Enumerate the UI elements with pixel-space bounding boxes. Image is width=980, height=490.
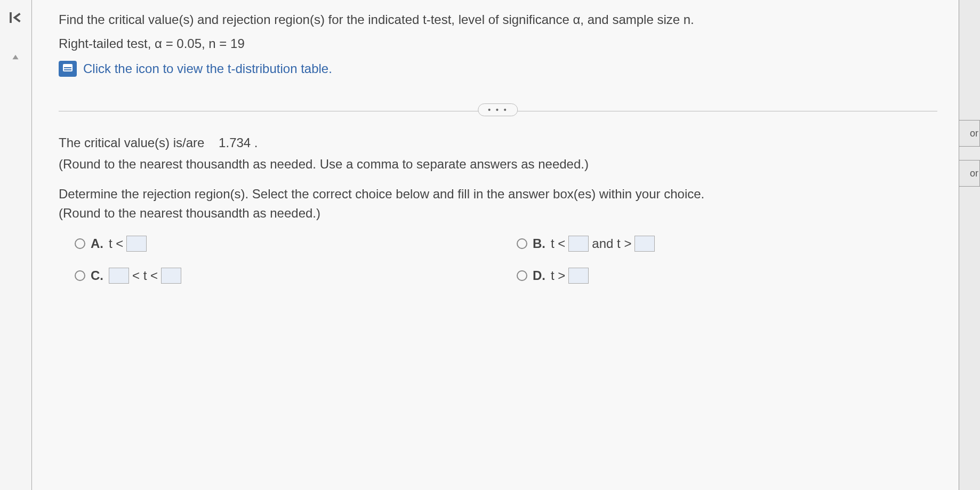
collapse-panel-icon[interactable] <box>6 8 25 27</box>
critical-value-answer: 1.734 <box>219 135 251 150</box>
choice-d[interactable]: D. t > <box>517 268 937 284</box>
view-table-link[interactable]: Click the icon to view the t-distributio… <box>59 61 937 77</box>
choice-d-content: t > <box>551 268 589 284</box>
question-line-2: Right-tailed test, α = 0.05, n = 19 <box>59 36 937 51</box>
choice-b-label: B. <box>533 236 545 251</box>
choice-d-input[interactable] <box>568 268 589 284</box>
expand-button[interactable]: • • • <box>478 103 518 116</box>
choice-a-label: A. <box>91 236 103 251</box>
choice-c[interactable]: C. < t < <box>75 268 495 284</box>
table-icon <box>59 61 77 77</box>
choice-a[interactable]: A. t < <box>75 236 495 252</box>
choice-b-input-1[interactable] <box>568 236 589 252</box>
section-divider: • • • <box>59 103 937 119</box>
choice-c-label: C. <box>91 268 103 283</box>
choice-b-input-2[interactable] <box>634 236 655 252</box>
choice-a-content: t < <box>109 236 147 252</box>
choice-c-input-1[interactable] <box>109 268 129 284</box>
rejection-region-instruction: Determine the rejection region(s). Selec… <box>59 187 937 202</box>
choice-b[interactable]: B. t < and t > <box>517 236 937 252</box>
table-link-text: Click the icon to view the t-distributio… <box>83 61 332 76</box>
scroll-up-icon[interactable] <box>12 53 20 62</box>
critical-value-suffix: . <box>254 135 258 150</box>
choice-d-label: D. <box>533 268 545 283</box>
radio-d[interactable] <box>517 270 527 281</box>
choices-grid: A. t < B. t < and t > C. < t < <box>75 236 937 284</box>
choice-b-content: t < and t > <box>551 236 655 252</box>
radio-c[interactable] <box>75 270 85 281</box>
rounding-instruction-2: (Round to the nearest thousandth as need… <box>59 206 937 221</box>
radio-b[interactable] <box>517 238 527 249</box>
critical-value-prefix: The critical value(s) is/are <box>59 135 204 150</box>
critical-value-statement: The critical value(s) is/are 1.734 . <box>59 135 937 150</box>
choice-c-input-2[interactable] <box>161 268 181 284</box>
radio-a[interactable] <box>75 238 85 249</box>
right-sidebar: or or <box>959 0 980 490</box>
choice-c-content: < t < <box>109 268 181 284</box>
choice-a-input[interactable] <box>126 236 147 252</box>
right-cell-2[interactable]: or <box>959 160 980 187</box>
left-sidebar <box>0 0 32 490</box>
question-line-1: Find the critical value(s) and rejection… <box>59 8 937 31</box>
main-content: Find the critical value(s) and rejection… <box>32 0 959 490</box>
rounding-instruction-1: (Round to the nearest thousandth as need… <box>59 157 937 172</box>
right-cell-1[interactable]: or <box>959 120 980 147</box>
svg-marker-1 <box>12 55 18 59</box>
